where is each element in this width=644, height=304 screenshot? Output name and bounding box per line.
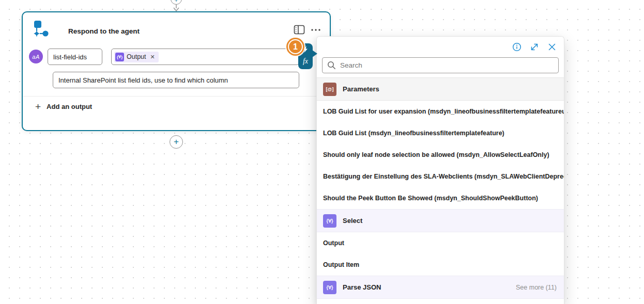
token-remove-icon[interactable]: ✕ [150,54,155,60]
select-action-icon: {∀} [323,214,336,228]
group-label: Parse JSON [343,283,381,291]
dynamic-content-token[interactable]: {∀} Output ✕ [114,52,159,62]
info-button[interactable] [512,42,522,52]
search-field[interactable] [322,57,559,73]
search-icon [327,61,336,70]
plus-icon: + [174,137,179,147]
dynamic-content-item-output-item[interactable]: Output Item [317,254,564,276]
dynamic-content-item[interactable]: LOB Guid List for user expansion (msdyn_… [317,101,564,122]
ellipsis-icon [311,28,321,31]
plus-icon: + [35,102,41,111]
token-label: Output [127,53,146,60]
close-icon [547,42,557,52]
dynamic-content-list: [@] Parameters LOB Guid List for user ex… [317,77,564,299]
text-type-avatar: aA [29,50,43,63]
add-output-label: Add an output [47,103,92,110]
close-panel-button[interactable] [547,42,557,52]
annotation-badge-1: 1 [286,38,304,56]
dynamic-content-item[interactable]: Should only leaf node selection be allow… [317,144,564,166]
badge-number: 1 [293,42,298,52]
dynamic-content-item[interactable]: Should the Peek Button Be Showed (msdyn_… [317,187,564,209]
card-title: Respond to the agent [68,27,140,35]
text-type-glyph: aA [32,54,39,60]
dynamic-content-panel[interactable]: [@] Parameters LOB Guid List for user ex… [316,36,564,304]
group-label: Parameters [343,85,379,93]
output-description-field[interactable] [53,72,299,88]
select-token-icon: {∀} [115,53,124,61]
dynamic-content-item-output[interactable]: Output [317,232,564,254]
dynamic-content-item[interactable]: Bestätigung der Einstellung des SLA-Webc… [317,166,564,187]
connector-arrow-down-icon [173,4,180,12]
add-output-button[interactable]: + Add an output [35,102,92,111]
group-header-select[interactable]: {∀} Select [317,209,564,232]
parse-json-icon: {∀} [323,281,336,294]
more-actions-button[interactable] [309,25,323,35]
output-value-field[interactable]: {∀} Output ✕ [111,49,299,65]
expand-diagonal-icon [530,42,539,52]
expand-button[interactable] [530,42,539,52]
output-name-input[interactable] [48,49,102,65]
open-side-panel-icon[interactable] [294,25,305,35]
parameters-icon: [@] [323,83,336,96]
group-header-parameters[interactable]: [@] Parameters [317,77,564,101]
card-divider [23,96,330,97]
add-action-button[interactable]: + [170,135,183,149]
bubble-tail [312,50,317,57]
output-name-field[interactable] [48,49,102,65]
info-icon [512,42,522,52]
output-description-input[interactable] [53,72,299,88]
respond-to-agent-icon [30,20,51,39]
group-label: Select [343,217,362,225]
search-input[interactable] [340,61,554,69]
see-more-link[interactable]: See more (11) [516,284,557,291]
action-card-respond-to-agent[interactable]: Respond to the agent aA {∀} Output ✕ + A… [22,11,331,131]
plus-icon: + [174,0,179,3]
dynamic-content-item[interactable]: LOB Guid List (msdyn_lineofbusinessfilte… [317,122,564,144]
group-header-parse-json[interactable]: {∀} Parse JSON See more (11) [317,276,564,299]
fx-label: fx [303,57,308,66]
panel-header [317,37,564,52]
